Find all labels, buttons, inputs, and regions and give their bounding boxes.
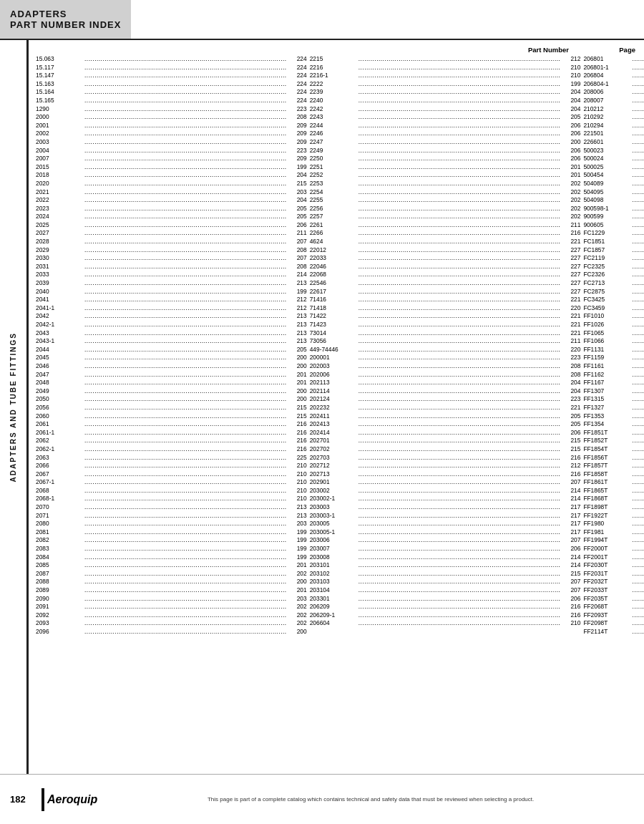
page-ref: 221	[560, 329, 580, 338]
dot-leader: ........................................…	[358, 346, 561, 354]
dot-leader: ........................................…	[358, 553, 561, 562]
page-ref: 211	[287, 229, 307, 238]
dot-leader: ........................................…	[358, 130, 561, 138]
index-row: 2024....................................…	[36, 213, 307, 221]
dot-leader: ........................................…	[632, 72, 644, 80]
part-number: FF1065	[583, 329, 632, 338]
index-row: 210294..................................…	[583, 122, 644, 130]
index-row: 208007..................................…	[583, 97, 644, 105]
index-row: 2261....................................…	[310, 221, 581, 230]
dot-leader: ........................................…	[632, 437, 644, 445]
part-number: 15.165	[36, 97, 84, 105]
dot-leader: ........................................…	[358, 113, 561, 122]
index-row: FC2713..................................…	[583, 279, 644, 288]
dot-leader: ........................................…	[358, 263, 561, 271]
part-number: 202901	[310, 478, 358, 487]
dot-leader: ........................................…	[84, 420, 287, 429]
index-row: FF1865T.................................…	[583, 487, 644, 495]
dot-leader: ........................................…	[632, 105, 644, 114]
page-ref: 223	[287, 147, 307, 155]
index-row: 2046....................................…	[36, 362, 307, 371]
dot-leader: ........................................…	[358, 147, 561, 155]
part-number: 202413	[310, 420, 358, 429]
index-row: 202124..................................…	[310, 395, 581, 404]
page-ref: 206	[560, 429, 580, 437]
index-row: 202413..................................…	[310, 420, 581, 429]
dot-leader: ........................................…	[632, 553, 644, 562]
dot-leader: ........................................…	[632, 64, 644, 72]
part-number: 2091	[36, 603, 84, 611]
dot-leader: ........................................…	[84, 122, 287, 130]
dot-leader: ........................................…	[358, 238, 561, 246]
index-row: 2047....................................…	[36, 371, 307, 379]
column-headers: Part Number Page	[36, 46, 637, 54]
page-ref: 216	[560, 611, 580, 620]
part-number: 71422	[310, 312, 358, 321]
index-row: 2044....................................…	[36, 346, 307, 354]
index-row: 2004....................................…	[36, 147, 307, 155]
index-row: 449-74446...............................…	[310, 346, 581, 354]
page-ref: 213	[287, 329, 307, 338]
part-number: 2216-1	[310, 72, 358, 80]
index-row: FF2001T.................................…	[583, 553, 644, 562]
logo-bar	[42, 788, 44, 811]
index-row: 500025..................................…	[583, 163, 644, 172]
dot-leader: ........................................…	[84, 437, 287, 445]
dot-leader: ........................................…	[84, 296, 287, 304]
page-ref: 209	[287, 122, 307, 130]
part-number: FF2031T	[583, 570, 632, 578]
index-row: FF1159..................................…	[583, 354, 644, 362]
dot-leader: ........................................…	[358, 337, 561, 346]
dot-leader: ........................................…	[84, 88, 287, 97]
index-row: 2045....................................…	[36, 354, 307, 362]
dot-leader: ........................................…	[84, 553, 287, 562]
dot-leader: ........................................…	[358, 578, 561, 586]
index-row: 202702..................................…	[310, 445, 581, 454]
part-number: 2062-1	[36, 445, 84, 454]
index-row: FC2325..................................…	[583, 263, 644, 271]
index-row: 2257....................................…	[310, 213, 581, 221]
part-number: 2048	[36, 379, 84, 387]
part-number: 2081	[36, 528, 84, 537]
dot-leader: ........................................…	[358, 454, 561, 462]
index-row: 15.117..................................…	[36, 64, 307, 72]
page-ref: 221	[560, 312, 580, 321]
index-row: FF1981..................................…	[583, 528, 644, 537]
page-ref: 217	[560, 520, 580, 528]
dot-leader: ........................................…	[84, 72, 287, 80]
index-row: FF1307..................................…	[583, 387, 644, 396]
header-title-block: ADAPTERS PART NUMBER INDEX	[0, 0, 131, 39]
logo-brand: Aeroquip	[47, 793, 97, 806]
dot-leader: ........................................…	[632, 445, 644, 454]
dot-leader: ........................................…	[632, 196, 644, 205]
page-ref: 206	[560, 147, 580, 155]
part-number: 22617	[310, 288, 358, 296]
page-ref: 212	[287, 304, 307, 313]
dot-leader: ........................................…	[84, 536, 287, 545]
part-number: 22012	[310, 246, 358, 255]
index-row: 2043-1..................................…	[36, 337, 307, 346]
page-ref: 204	[560, 97, 580, 105]
dot-leader: ........................................…	[84, 80, 287, 89]
page-ref: 214	[560, 487, 580, 495]
part-number: 2093	[36, 619, 84, 628]
part-number: FF2068T	[583, 603, 632, 611]
part-number: 2222	[310, 80, 358, 89]
part-number: FF2032T	[583, 578, 632, 586]
part-number: 2066	[36, 462, 84, 470]
part-number: 2060	[36, 412, 84, 421]
part-number: 2255	[310, 196, 358, 205]
index-row: 2083....................................…	[36, 545, 307, 553]
index-row: 2266....................................…	[310, 229, 581, 238]
page-ref: 206	[560, 122, 580, 130]
page-ref: 213	[287, 503, 307, 512]
part-number: FF1167	[583, 379, 632, 387]
page-ref: 205	[560, 113, 580, 122]
dot-leader: ........................................…	[632, 321, 644, 329]
part-number: FF1980	[583, 520, 632, 528]
index-row: 210212..................................…	[583, 105, 644, 114]
index-row: FF1353..................................…	[583, 412, 644, 421]
index-row: 202703..................................…	[310, 454, 581, 462]
page-ref: 212	[560, 462, 580, 470]
dot-leader: ........................................…	[358, 570, 561, 578]
